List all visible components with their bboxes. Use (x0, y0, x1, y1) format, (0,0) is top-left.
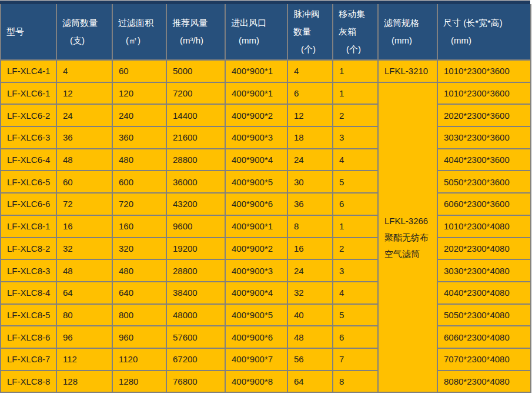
header-line: 型号 (6, 23, 55, 41)
header-line: 滤筒数量 (62, 14, 111, 32)
table-row-LF-XLC8-8: LF-XLC8-8128128076800400*900*86488080*23… (1, 371, 531, 393)
cell-pulse-valves: 24 (287, 259, 333, 282)
cell-air-volume: 7200 (166, 82, 225, 105)
cell-air-volume: 28800 (166, 259, 225, 282)
cell-cartridge-count: 48 (56, 259, 112, 282)
cell-dust-boxes: 8 (333, 371, 378, 393)
cell-dust-boxes: 1 (333, 60, 378, 82)
cell-model: LF-XLC6-5 (1, 171, 56, 193)
cell-model: LF-XLC6-1 (1, 82, 56, 105)
cell-dimensions: 8080*2300*4080 (437, 371, 531, 393)
cell-air-volume: 21600 (166, 126, 225, 149)
col-header-dust-boxes: 移动集灰箱(个) (333, 4, 378, 60)
cell-inlet-outlet: 400*900*4 (225, 282, 287, 304)
cell-dimensions: 1010*2300*4080 (437, 215, 531, 238)
cell-model: LF-XLC8-7 (1, 348, 56, 371)
col-header-filter-area: 过滤面积(㎡) (112, 4, 166, 60)
cell-air-volume: 14400 (166, 104, 225, 126)
cell-filter-area: 360 (112, 126, 166, 149)
cell-pulse-valves: 12 (287, 104, 333, 126)
cell-dust-boxes: 4 (333, 282, 378, 304)
cell-inlet-outlet: 400*900*1 (225, 60, 287, 82)
col-header-pulse-valves: 脉冲阀数量(个) (287, 4, 333, 60)
col-header-inlet-outlet: 进出风口(mm) (225, 4, 287, 60)
header-line: 脉冲阀 (293, 5, 331, 23)
cell-inlet-outlet: 400*900*1 (225, 82, 287, 105)
cell-filter-area: 1120 (112, 348, 166, 371)
header-line: 灰箱 (339, 23, 376, 41)
cell-inlet-outlet: 400*900*2 (225, 238, 287, 260)
cell-dust-boxes: 3 (333, 259, 378, 282)
cell-pulse-valves: 40 (287, 304, 333, 326)
cell-cartridge-count: 32 (56, 238, 112, 260)
cell-dimensions: 7070*2300*4080 (437, 348, 531, 371)
cell-dimensions: 1010*2300*3600 (437, 60, 531, 82)
table-row-LF-XLC8-6: LF-XLC8-69696057600400*900*64866060*2300… (1, 326, 531, 348)
header-line: 进出风口 (231, 14, 286, 32)
cell-dimensions: 6060*2300*4080 (437, 326, 531, 348)
cell-pulse-valves: 24 (287, 149, 333, 171)
table-body: LF-XLC4-14605000400*900*141LFKL-32101010… (1, 60, 531, 392)
cell-dust-boxes: 6 (333, 326, 378, 348)
cell-model: LF-XLC6-2 (1, 104, 56, 126)
cell-inlet-outlet: 400*900*6 (225, 326, 287, 348)
header-line: (㎡) (118, 32, 165, 49)
cell-dust-boxes: 5 (333, 304, 378, 326)
header-line: 尺寸 (长*宽*高) (443, 14, 529, 32)
table-row-LF-XLC8-3: LF-XLC8-34848028800400*900*32433030*2300… (1, 259, 531, 282)
cell-model: LF-XLC8-2 (1, 238, 56, 260)
cell-pulse-valves: 32 (287, 282, 333, 304)
cell-pulse-valves: 18 (287, 126, 333, 149)
cell-pulse-valves: 8 (287, 215, 333, 238)
merged-spec-line: LFKL-3266 (384, 213, 436, 229)
cell-dimensions: 5050*2300*4080 (437, 304, 531, 326)
cell-cartridge-count: 112 (56, 348, 112, 371)
cell-cartridge-count: 36 (56, 126, 112, 149)
cell-pulse-valves: 64 (287, 371, 333, 393)
table-row-LF-XLC6-5: LF-XLC6-56060036000400*900*53055050*2300… (1, 171, 531, 193)
cell-dimensions: 2020*2300*3600 (437, 104, 531, 126)
table-row-LF-XLC6-4: LF-XLC6-44848028800400*900*42444040*2300… (1, 149, 531, 171)
cell-air-volume: 36000 (166, 171, 225, 193)
cell-air-volume: 5000 (166, 60, 225, 82)
cell-dust-boxes: 2 (333, 238, 378, 260)
cell-dimensions: 5050*2300*3600 (437, 171, 531, 193)
table-row-LF-XLC6-3: LF-XLC6-33636021600400*900*31833030*2300… (1, 126, 531, 149)
cell-cartridge-spec: LFKL-3210 (378, 60, 437, 82)
cell-model: LF-XLC8-8 (1, 371, 56, 393)
cell-model: LF-XLC6-4 (1, 149, 56, 171)
header-line: (m³/h) (172, 32, 223, 49)
cell-filter-area: 960 (112, 326, 166, 348)
cell-cartridge-count: 80 (56, 304, 112, 326)
cell-model: LF-XLC8-1 (1, 215, 56, 238)
cell-model: LF-XLC8-6 (1, 326, 56, 348)
cell-filter-area: 1280 (112, 371, 166, 393)
header-line: (mm) (384, 32, 436, 49)
cell-inlet-outlet: 400*900*8 (225, 371, 287, 393)
cell-cartridge-count: 4 (56, 60, 112, 82)
cell-model: LF-XLC6-6 (1, 193, 56, 215)
cell-cartridge-count: 24 (56, 104, 112, 126)
cell-filter-area: 480 (112, 149, 166, 171)
cell-dimensions: 4040*2300*4080 (437, 282, 531, 304)
cell-inlet-outlet: 400*900*3 (225, 126, 287, 149)
col-header-model: 型号 (1, 4, 56, 60)
cell-inlet-outlet: 400*900*3 (225, 259, 287, 282)
cell-pulse-valves: 48 (287, 326, 333, 348)
table-row-LF-XLC8-1: LF-XLC8-1161609600400*900*1811010*2300*4… (1, 215, 531, 238)
cell-dust-boxes: 4 (333, 149, 378, 171)
cell-inlet-outlet: 400*900*7 (225, 348, 287, 371)
cell-pulse-valves: 30 (287, 171, 333, 193)
cell-filter-area: 720 (112, 193, 166, 215)
cell-pulse-valves: 4 (287, 60, 333, 82)
cell-filter-area: 160 (112, 215, 166, 238)
header-line: (个) (339, 41, 376, 58)
cell-model: LF-XLC4-1 (1, 60, 56, 82)
header-line: 滤筒规格 (384, 14, 436, 32)
table-row-LF-XLC8-2: LF-XLC8-23232019200400*900*21622020*2300… (1, 238, 531, 260)
merged-spec-line: 聚酯无纺布 (384, 229, 436, 246)
cell-dust-boxes: 1 (333, 215, 378, 238)
cell-inlet-outlet: 400*900*5 (225, 171, 287, 193)
table-row-LF-XLC4-1: LF-XLC4-14605000400*900*141LFKL-32101010… (1, 60, 531, 82)
cell-inlet-outlet: 400*900*6 (225, 193, 287, 215)
